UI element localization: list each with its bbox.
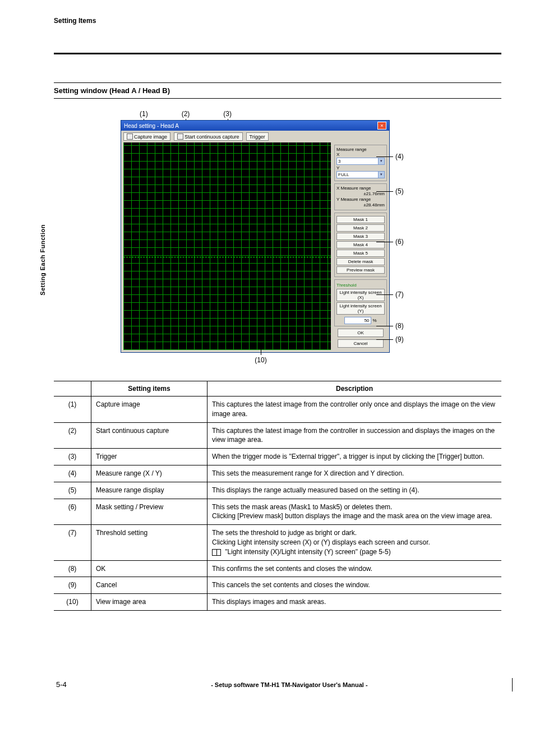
row-description: This captures the latest image from the … [207,397,502,423]
measure-range-label: Measure range [336,147,385,152]
callout-10: (10) [87,356,435,364]
row-number: (6) [54,499,91,525]
row-number: (8) [54,560,91,577]
callout-5: (5) [395,187,404,195]
table-header-desc: Description [207,381,502,397]
table-row: (8)OKThis confirms the set contents and … [54,560,501,577]
continuous-icon [177,133,183,140]
mask-2-button[interactable]: Mask 2 [336,224,385,232]
x-range-select[interactable]: 3▾ [336,158,385,165]
window-title: Head setting - Head A [124,123,179,129]
right-panel: Measure range X 3▾ Y FULL▾ X Measure ran… [333,142,389,352]
mask-1-button[interactable]: Mask 1 [336,216,385,223]
view-image-area[interactable] [123,142,331,350]
delete-mask-button[interactable]: Delete mask [336,258,385,265]
y-label: Y [336,165,385,170]
threshold-percent-input[interactable]: 50 [344,317,371,324]
y-measure-value: ±28.48mm [336,202,385,208]
row-setting: Threshold setting [91,525,207,560]
row-number: (1) [54,397,91,423]
continuous-label: Start continuous capture [185,134,239,140]
y-value: FULL [338,172,349,177]
y-range-select[interactable]: FULL▾ [336,171,385,178]
y-measure-range-label: Y Measure range [336,197,385,202]
callout-2: (2) [182,110,190,118]
footer-title: - Setup software TM-H1 TM-Navigator User… [67,681,512,688]
measure-range-group: Measure range X 3▾ Y FULL▾ [334,145,387,181]
row-number: (5) [54,482,91,499]
table-row: (9)CancelThis cancels the set contents a… [54,577,501,594]
threshold-label: Threshold [336,283,385,288]
callout-8: (8) [395,322,404,330]
image-dashline [123,257,331,257]
capture-icon [127,133,133,140]
mask-3-button[interactable]: Mask 3 [336,233,385,240]
row-setting: Capture image [91,397,207,423]
row-description: This displays images and mask areas. [207,594,502,611]
row-description: This sets the measurement range for X di… [207,465,502,482]
row-description: This cancels the set contents and closes… [207,577,502,594]
page-number: 5-4 [56,680,67,689]
setting-window: Head setting - Head A × Capture image St… [121,120,390,353]
row-description: This captures the latest image from the … [207,422,502,449]
cancel-button[interactable]: Cancel [338,339,384,348]
page-footer: 5-4 - Setup software TM-H1 TM-Navigator … [54,678,501,692]
table-row: (3)TriggerWhen the trigger mode is "Exte… [54,449,501,465]
callout-7: (7) [395,291,404,298]
window-toolbar: Capture image Start continuous capture T… [121,131,389,142]
row-setting: Start continuous capture [91,422,207,449]
table-row: (7)Threshold settingThe sets the thresho… [54,525,501,560]
book-icon [212,549,221,556]
table-header-setting: Setting items [91,381,207,397]
row-number: (4) [54,465,91,482]
light-intensity-y-button[interactable]: Light intensity screen (Y) [336,302,385,315]
header-section: Setting Items [54,17,501,30]
row-setting: Measure range display [91,482,207,499]
preview-mask-button[interactable]: Preview mask [336,266,385,274]
row-setting: Mask setting / Preview [91,499,207,525]
table-row: (6)Mask setting / PreviewThis sets the m… [54,499,501,525]
row-description: The sets the threshold to judge as brigh… [207,525,502,560]
capture-label: Capture image [134,134,167,140]
chevron-down-icon: ▾ [378,158,384,164]
callout-4: (4) [395,153,404,160]
ok-button[interactable]: OK [338,329,384,337]
table-row: (4)Measure range (X / Y)This sets the me… [54,465,501,482]
callout-1: (1) [140,110,148,118]
row-setting: Measure range (X / Y) [91,465,207,482]
row-number: (2) [54,422,91,449]
table-header-num [54,381,91,397]
row-number: (9) [54,577,91,594]
percent-unit: % [373,318,377,323]
callout-6: (6) [395,238,404,246]
trigger-button[interactable]: Trigger [246,132,269,141]
setting-items-table: Setting items Description (1)Capture ima… [54,381,501,611]
row-number: (7) [54,525,91,560]
threshold-group: Threshold Light intensity screen (X) Lig… [334,279,387,326]
row-number: (10) [54,594,91,611]
row-setting: OK [91,560,207,577]
row-number: (3) [54,449,91,465]
x-measure-range-label: X Measure range [336,186,385,191]
row-description: This sets the mask areas (Mask1 to Mask5… [207,499,502,525]
close-icon[interactable]: × [377,122,386,130]
callout-9: (9) [395,335,404,343]
mask-5-button[interactable]: Mask 5 [336,250,385,257]
capture-image-button[interactable]: Capture image [123,132,170,141]
footer-edge [512,678,513,692]
table-row: (10)View image areaThis displays images … [54,594,501,611]
header-divider [54,53,501,54]
measure-range-display-group: X Measure range ±21.76mm Y Measure range… [334,183,387,210]
row-description: When the trigger mode is "External trigg… [207,449,502,465]
start-continuous-button[interactable]: Start continuous capture [174,132,243,141]
section-title: Setting window (Head A / Head B) [54,86,170,95]
row-setting: Trigger [91,449,207,465]
row-description: This displays the range actually measure… [207,482,502,499]
row-setting: View image area [91,594,207,611]
light-intensity-x-button[interactable]: Light intensity screen (X) [336,289,385,301]
table-row: (2)Start continuous captureThis captures… [54,422,501,449]
chevron-down-icon: ▾ [378,172,384,178]
callout-3: (3) [223,110,232,118]
x-value: 3 [338,159,340,164]
x-measure-value: ±21.76mm [336,191,385,196]
